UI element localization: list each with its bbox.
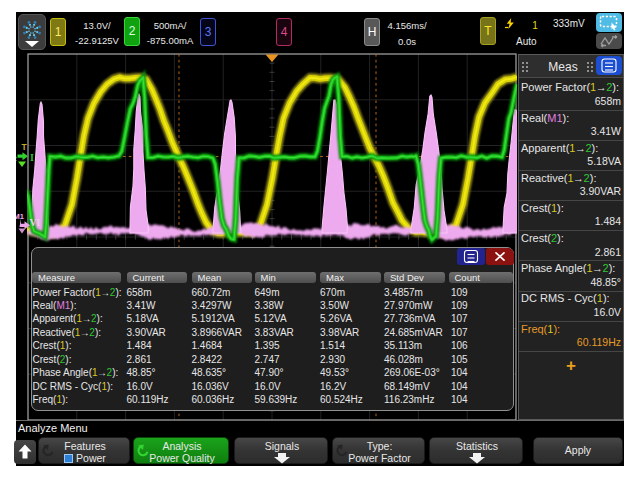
svg-text:T: T	[22, 142, 28, 152]
svg-text:I: I	[37, 217, 41, 228]
svg-text:2: 2	[16, 154, 18, 163]
svg-text:M1: M1	[16, 212, 24, 221]
svg-text:I: I	[30, 152, 34, 163]
